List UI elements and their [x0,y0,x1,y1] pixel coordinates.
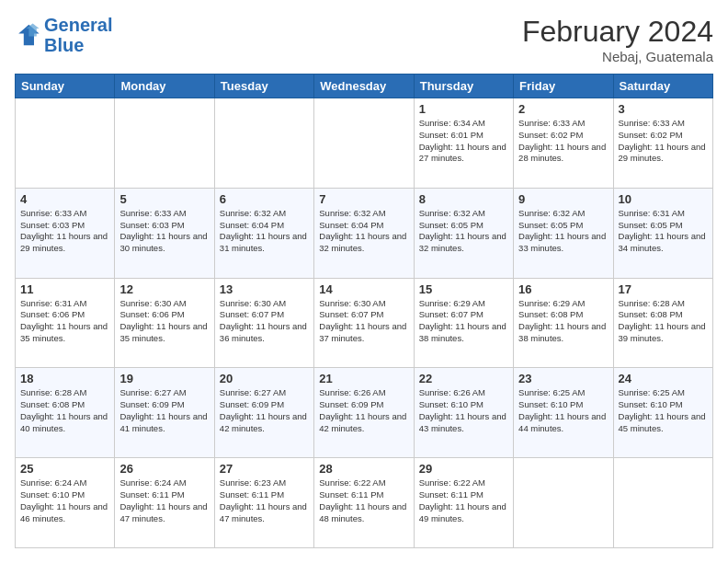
day-info: Sunrise: 6:30 AM Sunset: 6:07 PM Dayligh… [220,298,309,345]
day-info: Sunrise: 6:31 AM Sunset: 6:05 PM Dayligh… [619,208,708,255]
calendar-cell: 14Sunrise: 6:30 AM Sunset: 6:07 PM Dayli… [314,278,414,368]
day-number: 15 [419,282,508,296]
day-number: 22 [419,372,508,385]
calendar-cell: 13Sunrise: 6:30 AM Sunset: 6:07 PM Dayli… [214,278,313,368]
calendar-cell: 4Sunrise: 6:33 AM Sunset: 6:03 PM Daylig… [16,188,115,278]
day-info: Sunrise: 6:22 AM Sunset: 6:11 PM Dayligh… [319,477,408,524]
calendar-week-row: 18Sunrise: 6:28 AM Sunset: 6:08 PM Dayli… [16,368,713,458]
day-number: 16 [518,282,608,296]
calendar-cell: 9Sunrise: 6:32 AM Sunset: 6:05 PM Daylig… [514,188,613,278]
location: Nebaj, Guatemala [522,49,713,64]
day-header-monday: Monday [115,75,214,98]
calendar-cell: 19Sunrise: 6:27 AM Sunset: 6:09 PM Dayli… [115,368,214,458]
logo-line1: General [44,15,112,35]
day-info: Sunrise: 6:31 AM Sunset: 6:06 PM Dayligh… [20,298,109,345]
calendar-cell: 16Sunrise: 6:29 AM Sunset: 6:08 PM Dayli… [514,278,613,368]
day-header-tuesday: Tuesday [214,75,313,98]
day-number: 23 [518,372,608,385]
calendar-cell: 6Sunrise: 6:32 AM Sunset: 6:04 PM Daylig… [214,188,313,278]
day-number: 26 [119,462,209,476]
day-number: 29 [419,462,508,476]
day-info: Sunrise: 6:24 AM Sunset: 6:10 PM Dayligh… [20,477,109,524]
day-number: 10 [619,192,708,206]
day-info: Sunrise: 6:29 AM Sunset: 6:07 PM Dayligh… [419,298,508,345]
day-info: Sunrise: 6:24 AM Sunset: 6:11 PM Dayligh… [119,477,209,524]
calendar-cell: 21Sunrise: 6:26 AM Sunset: 6:09 PM Dayli… [314,368,414,458]
calendar-week-row: 25Sunrise: 6:24 AM Sunset: 6:10 PM Dayli… [16,458,713,548]
day-header-saturday: Saturday [613,75,712,98]
calendar-cell: 18Sunrise: 6:28 AM Sunset: 6:08 PM Dayli… [16,368,115,458]
calendar-cell: 25Sunrise: 6:24 AM Sunset: 6:10 PM Dayli… [16,458,115,548]
calendar-cell: 12Sunrise: 6:30 AM Sunset: 6:06 PM Dayli… [115,278,214,368]
day-info: Sunrise: 6:32 AM Sunset: 6:05 PM Dayligh… [419,208,508,255]
calendar-cell: 15Sunrise: 6:29 AM Sunset: 6:07 PM Dayli… [414,278,513,368]
day-info: Sunrise: 6:32 AM Sunset: 6:04 PM Dayligh… [220,208,309,255]
day-info: Sunrise: 6:33 AM Sunset: 6:03 PM Dayligh… [119,208,209,255]
day-number: 25 [20,462,109,476]
day-info: Sunrise: 6:28 AM Sunset: 6:08 PM Dayligh… [20,387,109,434]
day-number: 19 [119,372,209,385]
day-number: 12 [119,282,209,296]
calendar-cell: 7Sunrise: 6:32 AM Sunset: 6:04 PM Daylig… [314,188,414,278]
day-number: 27 [220,462,309,476]
day-number: 1 [419,102,508,116]
day-info: Sunrise: 6:33 AM Sunset: 6:02 PM Dayligh… [518,118,608,165]
calendar-cell [16,98,115,189]
day-number: 7 [319,192,408,206]
day-info: Sunrise: 6:32 AM Sunset: 6:04 PM Dayligh… [319,208,408,255]
logo: General Blue [15,15,112,55]
day-info: Sunrise: 6:30 AM Sunset: 6:07 PM Dayligh… [319,298,408,345]
calendar-cell: 27Sunrise: 6:23 AM Sunset: 6:11 PM Dayli… [214,458,313,548]
day-info: Sunrise: 6:28 AM Sunset: 6:08 PM Dayligh… [619,298,708,345]
day-info: Sunrise: 6:26 AM Sunset: 6:09 PM Dayligh… [319,387,408,434]
calendar-cell: 2Sunrise: 6:33 AM Sunset: 6:02 PM Daylig… [514,98,613,189]
calendar-week-row: 4Sunrise: 6:33 AM Sunset: 6:03 PM Daylig… [16,188,713,278]
calendar-header-row: SundayMondayTuesdayWednesdayThursdayFrid… [16,75,713,98]
calendar-cell: 8Sunrise: 6:32 AM Sunset: 6:05 PM Daylig… [414,188,513,278]
day-number: 2 [518,102,608,116]
calendar-cell: 3Sunrise: 6:33 AM Sunset: 6:02 PM Daylig… [613,98,712,189]
day-number: 20 [220,372,309,385]
day-header-sunday: Sunday [16,75,115,98]
day-number: 17 [619,282,708,296]
logo-line2: Blue [44,35,84,55]
calendar-cell [115,98,214,189]
day-number: 9 [518,192,608,206]
day-info: Sunrise: 6:26 AM Sunset: 6:10 PM Dayligh… [419,387,508,434]
day-info: Sunrise: 6:22 AM Sunset: 6:11 PM Dayligh… [419,477,508,524]
day-number: 21 [319,372,408,385]
day-header-wednesday: Wednesday [314,75,414,98]
title-area: February 2024 Nebaj, Guatemala [522,15,713,64]
day-number: 24 [619,372,708,385]
calendar-cell: 28Sunrise: 6:22 AM Sunset: 6:11 PM Dayli… [314,458,414,548]
calendar-cell: 23Sunrise: 6:25 AM Sunset: 6:10 PM Dayli… [514,368,613,458]
day-number: 11 [20,282,109,296]
day-info: Sunrise: 6:27 AM Sunset: 6:09 PM Dayligh… [220,387,309,434]
day-number: 13 [220,282,309,296]
logo-text: General Blue [44,15,112,55]
calendar-cell: 26Sunrise: 6:24 AM Sunset: 6:11 PM Dayli… [115,458,214,548]
page: General Blue February 2024 Nebaj, Guatem… [0,0,728,563]
day-info: Sunrise: 6:29 AM Sunset: 6:08 PM Dayligh… [518,298,608,345]
calendar-cell: 5Sunrise: 6:33 AM Sunset: 6:03 PM Daylig… [115,188,214,278]
day-number: 6 [220,192,309,206]
calendar-week-row: 11Sunrise: 6:31 AM Sunset: 6:06 PM Dayli… [16,278,713,368]
calendar-cell: 11Sunrise: 6:31 AM Sunset: 6:06 PM Dayli… [16,278,115,368]
day-info: Sunrise: 6:33 AM Sunset: 6:03 PM Dayligh… [20,208,109,255]
header: General Blue February 2024 Nebaj, Guatem… [15,15,713,64]
calendar-cell [314,98,414,189]
day-info: Sunrise: 6:32 AM Sunset: 6:05 PM Dayligh… [518,208,608,255]
month-title: February 2024 [522,15,713,49]
calendar-week-row: 1Sunrise: 6:34 AM Sunset: 6:01 PM Daylig… [16,98,713,189]
day-header-friday: Friday [514,75,613,98]
logo-icon [15,22,40,48]
day-number: 4 [20,192,109,206]
day-info: Sunrise: 6:27 AM Sunset: 6:09 PM Dayligh… [119,387,209,434]
calendar-cell: 1Sunrise: 6:34 AM Sunset: 6:01 PM Daylig… [414,98,513,189]
calendar-table: SundayMondayTuesdayWednesdayThursdayFrid… [15,74,713,548]
calendar-cell: 17Sunrise: 6:28 AM Sunset: 6:08 PM Dayli… [613,278,712,368]
calendar-cell: 10Sunrise: 6:31 AM Sunset: 6:05 PM Dayli… [613,188,712,278]
calendar-cell [214,98,313,189]
day-info: Sunrise: 6:34 AM Sunset: 6:01 PM Dayligh… [419,118,508,165]
day-info: Sunrise: 6:23 AM Sunset: 6:11 PM Dayligh… [220,477,309,524]
